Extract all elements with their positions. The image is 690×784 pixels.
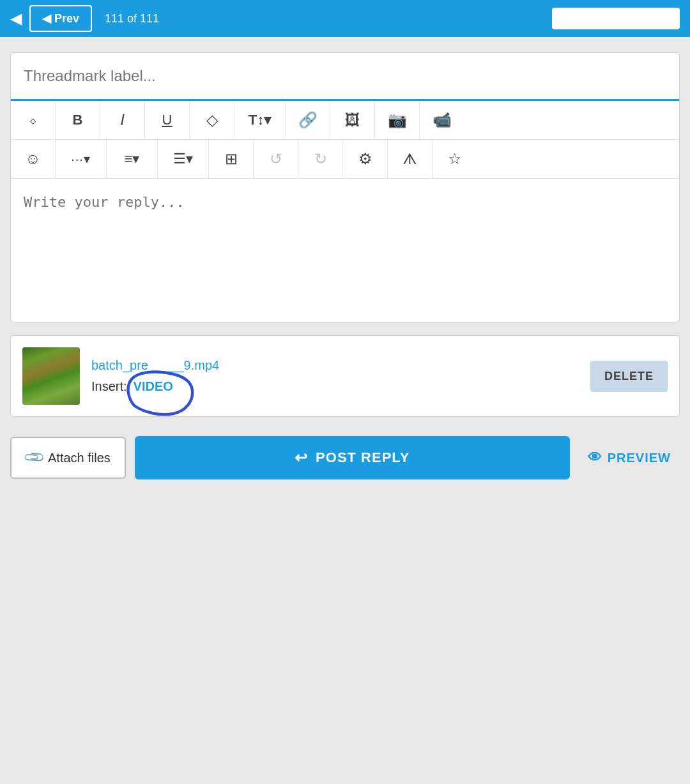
eraser-icon: ⬦: [29, 112, 37, 128]
toolbar-row-1: ⬦ B I U ◇ T↕▾: [11, 101, 679, 140]
reply-arrow-icon: ↩: [295, 449, 308, 467]
italic-icon: I: [120, 111, 125, 129]
font-size-button[interactable]: T↕▾: [234, 101, 286, 139]
table-button[interactable]: ⊞: [209, 140, 254, 178]
add-video-icon: 📹: [433, 111, 452, 129]
more-button[interactable]: ···▾: [56, 140, 107, 178]
color-icon: ◇: [206, 111, 218, 129]
italic-button[interactable]: I: [100, 101, 145, 139]
bold-icon: B: [73, 112, 83, 128]
attach-files-button[interactable]: 📎 Attach files: [10, 437, 126, 479]
camera-icon: 📷: [388, 111, 407, 129]
prev-button-label: ◀ Prev: [42, 11, 79, 26]
bold-button[interactable]: B: [56, 101, 100, 139]
attachment-thumbnail: [22, 347, 80, 405]
align-icon: ≡▾: [125, 151, 140, 167]
settings-button[interactable]: ⚙: [343, 140, 388, 178]
rss-icon: ᗑ: [402, 150, 417, 168]
undo-icon: ↺: [270, 150, 282, 168]
color-button[interactable]: ◇: [190, 101, 234, 139]
preview-label: PREVIEW: [608, 451, 671, 465]
action-row: 📎 Attach files ↩ POST REPLY 👁 PREVIEW: [10, 430, 680, 486]
camera-button[interactable]: 📷: [375, 101, 420, 139]
image-button[interactable]: 🖼: [330, 101, 375, 139]
toolbar: ⬦ B I U ◇ T↕▾: [11, 101, 679, 179]
prev-button[interactable]: ◀ Prev: [29, 5, 92, 32]
back-icon[interactable]: ◀: [10, 10, 22, 27]
table-icon: ⊞: [225, 150, 238, 168]
bottom-bar: [0, 501, 690, 552]
video-annotation-svg: [116, 368, 205, 419]
redo-icon: ↻: [314, 150, 327, 168]
image-icon: 🖼: [345, 111, 360, 129]
undo-button[interactable]: ↺: [254, 140, 298, 178]
underline-icon: U: [162, 112, 172, 128]
font-size-icon: T↕▾: [249, 112, 271, 128]
threadmark-input[interactable]: [11, 53, 679, 101]
top-bar: ◀ ◀ Prev 111 of 111: [0, 0, 690, 37]
emoji-icon: ☺: [25, 150, 41, 168]
insert-video-button[interactable]: VIDEO: [134, 379, 173, 394]
paperclip-icon: 📎: [22, 446, 46, 469]
eraser-button[interactable]: ⬦: [11, 101, 56, 139]
settings-icon: ⚙: [358, 150, 372, 168]
list-button[interactable]: ☰▾: [158, 140, 209, 178]
list-icon: ☰▾: [173, 151, 193, 167]
delete-label: DELETE: [604, 370, 654, 382]
link-icon: 🔗: [298, 111, 318, 129]
thread-counter: 111 of 111: [105, 12, 159, 26]
search-input[interactable]: [552, 8, 680, 29]
preview-button[interactable]: 👁 PREVIEW: [579, 438, 680, 478]
main-content: ⬦ B I U ◇ T↕▾: [0, 37, 690, 501]
rss-button[interactable]: ᗑ: [388, 140, 433, 178]
align-button[interactable]: ≡▾: [107, 140, 158, 178]
attachment-filename: batch_pre_____9.mp4: [91, 358, 579, 373]
attachment-info: batch_pre_____9.mp4 Insert: VIDEO: [91, 358, 579, 394]
emoji-button[interactable]: ☺: [11, 140, 56, 178]
toolbar-row-2: ☺ ···▾ ≡▾ ☰▾ ⊞: [11, 140, 679, 178]
delete-attachment-button[interactable]: DELETE: [590, 361, 668, 392]
attach-files-label: Attach files: [48, 451, 111, 465]
attachment-insert-row: Insert: VIDEO: [91, 379, 579, 394]
post-reply-button[interactable]: ↩ POST REPLY: [135, 436, 570, 479]
star-button[interactable]: ☆: [433, 140, 477, 178]
post-reply-label: POST REPLY: [316, 449, 410, 466]
editor-container: ⬦ B I U ◇ T↕▾: [10, 52, 680, 322]
redo-button[interactable]: ↻: [298, 140, 343, 178]
reply-textarea[interactable]: [11, 179, 679, 319]
attachment-container: batch_pre_____9.mp4 Insert: VIDEO DELETE: [10, 335, 680, 417]
star-icon: ☆: [448, 150, 462, 168]
insert-video-label: VIDEO: [134, 379, 173, 393]
add-video-button[interactable]: 📹: [420, 101, 464, 139]
link-button[interactable]: 🔗: [286, 101, 330, 139]
underline-button[interactable]: U: [145, 101, 190, 139]
eye-icon: 👁: [588, 449, 602, 466]
more-icon: ···▾: [71, 151, 91, 167]
insert-label: Insert:: [91, 379, 127, 394]
